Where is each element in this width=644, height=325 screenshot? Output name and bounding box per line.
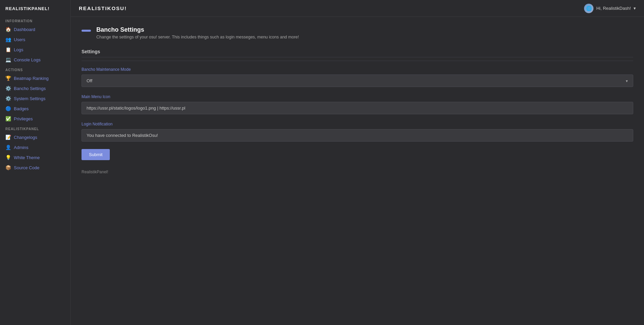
login-notification-field: Login Notification [82, 122, 633, 142]
sidebar-item-label: Badges [14, 106, 29, 111]
sidebar-item-label: Privileges [14, 116, 33, 121]
sidebar-item-bancho-settings[interactable]: ⚙️ Bancho Settings [0, 83, 70, 93]
sidebar-item-users[interactable]: 👥 Users [0, 34, 70, 45]
login-notification-label: Login Notification [82, 122, 633, 126]
sidebar-item-badges[interactable]: 🔵 Badges [0, 104, 70, 114]
sidebar-section-actions: ACTIONS [0, 65, 70, 73]
bancho-maintenance-select[interactable]: Off On [82, 75, 633, 87]
trophy-icon: 🏆 [5, 76, 11, 81]
page-title: Bancho Settings [96, 26, 299, 33]
bancho-maintenance-label: Bancho Maintenance Mode [82, 67, 633, 72]
sidebar-item-label: System Settings [14, 96, 45, 101]
sidebar-item-system-settings[interactable]: ⚙️ System Settings [0, 93, 70, 104]
sidebar-item-source-code[interactable]: 📦 Source Code [0, 162, 70, 173]
section-divider [82, 61, 633, 61]
page-header: Bancho Settings Change the settings of y… [82, 26, 633, 39]
sidebar-item-privileges[interactable]: ✅ Privileges [0, 114, 70, 124]
sidebar-item-label: Bancho Settings [14, 86, 46, 91]
sidebar-brand: RealistikPanel! [0, 0, 70, 16]
sidebar-item-label: Source Code [14, 165, 39, 170]
footer-text: RealistikPanel! [82, 170, 633, 174]
console-icon: 💻 [5, 57, 11, 62]
badge-icon: 🔵 [5, 106, 11, 111]
chevron-down-icon: ▾ [634, 6, 636, 11]
sidebar-item-admins[interactable]: 👤 Admins [0, 142, 70, 152]
bancho-maintenance-select-wrapper: Off On [82, 75, 633, 87]
section-title: Settings [82, 49, 633, 57]
logs-icon: 📋 [5, 47, 11, 52]
sidebar-item-logs[interactable]: 📋 Logs [0, 45, 70, 55]
sidebar-item-label: Users [14, 37, 25, 42]
admins-icon: 👤 [5, 145, 11, 150]
main-menu-icon-field: Main Menu Icon [82, 94, 633, 114]
sidebar-section-information: INFORMATION [0, 16, 70, 24]
sidebar: RealistikPanel! INFORMATION 🏠 Dashboard … [0, 0, 71, 325]
gear-icon: ⚙️ [5, 86, 11, 91]
source-icon: 📦 [5, 165, 11, 170]
sidebar-item-label: Logs [14, 47, 23, 52]
sidebar-item-beatmap-ranking[interactable]: 🏆 Beatmap Ranking [0, 73, 70, 83]
sidebar-item-label: Console Logs [14, 57, 41, 62]
topbar-user-label: Hi, RealistikDash! [596, 6, 631, 11]
settings-icon: ⚙️ [5, 96, 11, 101]
dashboard-icon: 🏠 [5, 27, 11, 32]
settings-block: Settings Bancho Maintenance Mode Off On … [82, 49, 633, 174]
main-menu-icon-input[interactable] [82, 102, 633, 114]
content-area: Bancho Settings Change the settings of y… [71, 17, 644, 325]
main-area: REALISTIKOSU! 🌐 Hi, RealistikDash! ▾ Ban… [71, 0, 644, 325]
sidebar-item-label: Admins [14, 145, 28, 150]
changelogs-icon: 📝 [5, 135, 11, 140]
sidebar-section-realistikpanel: REALISTIKPANEL [0, 124, 70, 132]
topbar-user[interactable]: 🌐 Hi, RealistikDash! ▾ [584, 4, 636, 13]
topbar: REALISTIKOSU! 🌐 Hi, RealistikDash! ▾ [71, 0, 644, 17]
theme-icon: 💡 [5, 155, 11, 160]
bancho-maintenance-field: Bancho Maintenance Mode Off On [82, 67, 633, 87]
sidebar-item-label: Changelogs [14, 135, 37, 140]
users-icon: 👥 [5, 37, 11, 42]
sidebar-item-changelogs[interactable]: 📝 Changelogs [0, 132, 70, 142]
sidebar-item-label: Beatmap Ranking [14, 76, 49, 81]
sidebar-item-label: White Theme [14, 155, 40, 160]
submit-button[interactable]: Submit [82, 149, 110, 160]
sidebar-item-label: Dashboard [14, 27, 35, 32]
main-menu-icon-label: Main Menu Icon [82, 94, 633, 99]
sidebar-item-console-logs[interactable]: 💻 Console Logs [0, 55, 70, 65]
login-notification-input[interactable] [82, 129, 633, 142]
page-description: Change the settings of your osu! server.… [96, 35, 299, 39]
header-bar-decoration [82, 30, 91, 32]
sidebar-item-dashboard[interactable]: 🏠 Dashboard [0, 24, 70, 34]
topbar-title: REALISTIKOSU! [79, 5, 127, 11]
avatar: 🌐 [584, 4, 593, 13]
sidebar-item-white-theme[interactable]: 💡 White Theme [0, 152, 70, 162]
page-header-text: Bancho Settings Change the settings of y… [96, 26, 299, 39]
check-icon: ✅ [5, 116, 11, 121]
